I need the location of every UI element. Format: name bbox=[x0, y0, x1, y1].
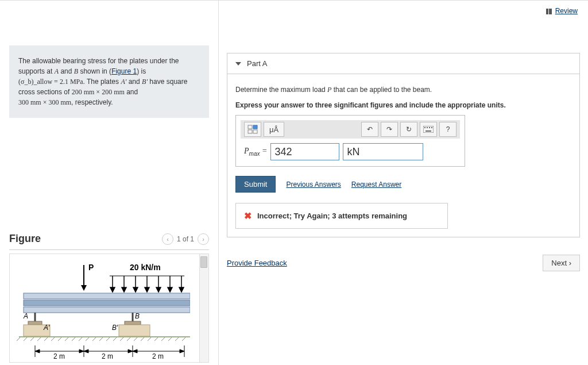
svg-rect-19 bbox=[24, 293, 190, 299]
svg-rect-77 bbox=[253, 130, 257, 133]
svg-rect-81 bbox=[429, 127, 430, 128]
figure-scrollbar[interactable] bbox=[199, 254, 208, 362]
svg-line-40 bbox=[65, 337, 68, 341]
svg-line-53 bbox=[154, 337, 158, 341]
figure-link[interactable]: Figure 1 bbox=[111, 67, 137, 75]
text: and bbox=[126, 78, 142, 86]
svg-marker-67 bbox=[84, 349, 88, 353]
request-answer-link[interactable]: Request Answer bbox=[351, 180, 401, 189]
svg-marker-70 bbox=[180, 349, 184, 353]
text: and bbox=[59, 67, 74, 75]
svg-line-41 bbox=[72, 337, 75, 341]
svg-line-39 bbox=[58, 337, 61, 341]
text: . The plates bbox=[83, 78, 121, 86]
svg-line-38 bbox=[51, 337, 55, 341]
var-Aprime: A′ bbox=[121, 78, 126, 86]
keyboard-button[interactable] bbox=[420, 122, 437, 137]
size1: 200 mm × 200 mm bbox=[72, 88, 125, 96]
feedback-message: ✖ Incorrect; Try Again; 3 attempts remai… bbox=[235, 203, 448, 229]
svg-text:B: B bbox=[135, 312, 140, 320]
question-prefix: Determine the maximum load bbox=[235, 86, 327, 94]
svg-marker-69 bbox=[133, 349, 137, 353]
svg-rect-23 bbox=[28, 321, 42, 325]
pmax-label: Pmax = bbox=[244, 147, 267, 157]
svg-text:P: P bbox=[88, 263, 94, 272]
svg-marker-1 bbox=[81, 285, 87, 291]
svg-rect-20 bbox=[24, 300, 190, 306]
submit-button[interactable]: Submit bbox=[235, 176, 276, 193]
svg-line-36 bbox=[37, 337, 41, 341]
size2: 300 mm × 300 mm bbox=[18, 98, 71, 106]
svg-line-47 bbox=[113, 337, 117, 341]
beam-figure: P 20 kN/m bbox=[12, 256, 190, 360]
units-input[interactable] bbox=[343, 143, 423, 160]
problem-statement: The allowable bearing stress for the pla… bbox=[9, 45, 209, 118]
svg-text:2 m: 2 m bbox=[102, 352, 113, 360]
svg-text:B′: B′ bbox=[112, 324, 118, 332]
units-button[interactable]: μÅ bbox=[264, 122, 284, 137]
figure-panel: P 20 kN/m bbox=[9, 253, 209, 363]
svg-line-43 bbox=[86, 337, 89, 341]
input-toolbar: μÅ ↶ ↷ ↻ ? bbox=[241, 120, 460, 139]
svg-rect-79 bbox=[424, 127, 425, 128]
svg-marker-18 bbox=[179, 287, 184, 292]
figure-counter: 1 of 1 bbox=[177, 235, 194, 243]
part-a-header[interactable]: Part A bbox=[227, 53, 580, 74]
figure-next-button[interactable]: › bbox=[198, 233, 209, 245]
svg-line-56 bbox=[175, 337, 179, 341]
var-A: A bbox=[55, 67, 59, 75]
text: , respectively. bbox=[71, 98, 113, 106]
svg-rect-83 bbox=[425, 130, 431, 132]
help-button[interactable]: ? bbox=[439, 122, 457, 137]
previous-answers-link[interactable]: Previous Answers bbox=[286, 180, 341, 189]
question-suffix: that can be applied to the beam. bbox=[331, 86, 432, 94]
svg-line-34 bbox=[24, 337, 27, 341]
figure-title: Figure bbox=[9, 233, 41, 245]
svg-line-57 bbox=[182, 337, 185, 341]
review-link[interactable]: Review bbox=[555, 7, 578, 15]
svg-marker-8 bbox=[122, 287, 126, 292]
sigma-expr: (σ_b)_allow = 2.1 MPa bbox=[18, 78, 83, 86]
svg-text:A′: A′ bbox=[43, 324, 50, 332]
svg-rect-28 bbox=[125, 321, 141, 325]
text: ) is bbox=[137, 67, 146, 75]
svg-line-54 bbox=[161, 337, 165, 341]
svg-text:2 m: 2 m bbox=[152, 352, 164, 360]
next-button[interactable]: Next › bbox=[543, 255, 580, 271]
svg-marker-10 bbox=[133, 287, 138, 292]
text: shown in ( bbox=[78, 67, 111, 75]
svg-rect-32 bbox=[19, 336, 190, 337]
answer-input-panel: μÅ ↶ ↷ ↻ ? Pmax = bbox=[235, 115, 465, 167]
svg-line-48 bbox=[120, 337, 123, 341]
review-icon bbox=[546, 9, 552, 14]
collapse-icon bbox=[235, 62, 241, 66]
svg-rect-29 bbox=[119, 325, 150, 336]
svg-line-44 bbox=[92, 337, 96, 341]
svg-rect-78 bbox=[423, 126, 434, 133]
svg-line-55 bbox=[168, 337, 172, 341]
value-input[interactable] bbox=[270, 143, 339, 160]
undo-button[interactable]: ↶ bbox=[361, 122, 378, 137]
var-B: B bbox=[74, 67, 78, 75]
svg-line-49 bbox=[127, 337, 130, 341]
svg-rect-80 bbox=[427, 127, 428, 128]
svg-line-35 bbox=[30, 337, 34, 341]
figure-prev-button[interactable]: ‹ bbox=[162, 233, 173, 245]
svg-line-46 bbox=[106, 337, 110, 341]
redo-button[interactable]: ↷ bbox=[381, 122, 398, 137]
reset-button[interactable]: ↻ bbox=[400, 122, 417, 137]
var-Bprime: B′ bbox=[142, 78, 148, 86]
provide-feedback-link[interactable]: Provide Feedback bbox=[227, 259, 287, 267]
svg-marker-16 bbox=[168, 287, 172, 292]
feedback-text: Incorrect; Try Again; 3 attempts remaini… bbox=[257, 212, 407, 220]
instruction-text: Express your answer to three significant… bbox=[235, 101, 571, 109]
templates-button[interactable] bbox=[244, 122, 261, 137]
svg-marker-65 bbox=[35, 349, 40, 353]
incorrect-icon: ✖ bbox=[244, 210, 252, 221]
svg-marker-14 bbox=[156, 287, 161, 292]
svg-line-50 bbox=[134, 337, 137, 341]
svg-rect-76 bbox=[253, 125, 257, 129]
part-a-title: Part A bbox=[247, 59, 267, 68]
svg-marker-6 bbox=[110, 287, 115, 292]
svg-line-51 bbox=[141, 337, 144, 341]
